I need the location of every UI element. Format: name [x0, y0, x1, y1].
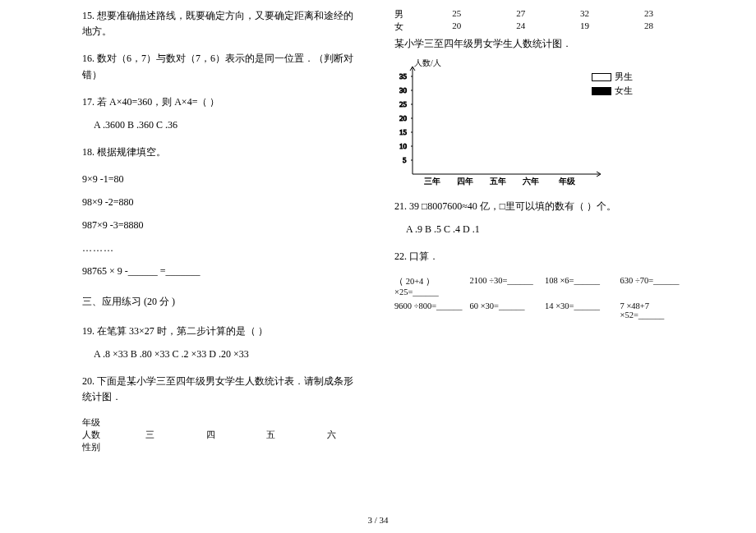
xcat-5: 五年 [489, 177, 506, 186]
chart-caption: 某小学三至四年级男女学生人数统计图． [394, 36, 690, 51]
th-grade: 年级 [82, 416, 123, 429]
tick-25: 25 [399, 100, 408, 108]
female-g3: 20 [434, 21, 498, 33]
tick-30: 30 [399, 86, 408, 94]
legend-girl: 女生 [615, 85, 633, 97]
col-grade-3: 三 [120, 429, 181, 441]
q18-line-e: 98765 × 9 -______ =_______ [82, 264, 362, 279]
data-row-male: 男 25 27 32 23 [394, 8, 690, 21]
calc-2: 2100 ÷30=______ [470, 276, 541, 296]
legend-box-boy [592, 73, 611, 81]
col-grade-5: 五 [241, 429, 302, 441]
section-3-title: 三、应用练习 (20 分 ) [82, 294, 362, 310]
data-row-female: 女 20 24 19 28 [394, 21, 690, 33]
question-20: 20. 下面是某小学三至四年级男女学生人数统计表．请制成条形统计图． [82, 374, 362, 405]
calc-6: 60 ×30=______ [470, 301, 541, 319]
th-count: 人数 [82, 429, 120, 441]
male-g5: 32 [562, 8, 626, 21]
female-g6: 28 [626, 21, 690, 33]
table-header-grade-row: 年级 [82, 416, 362, 429]
question-22: 22. 口算． [394, 249, 690, 264]
question-19-options: A .8 ×33 B .80 ×33 C .2 ×33 D .20 ×33 [82, 347, 362, 362]
xcat-4: 四年 [457, 177, 473, 186]
page-number: 3 / 34 [0, 515, 756, 525]
male-g3: 25 [434, 8, 498, 21]
q18-line-b: 98×9 -2=880 [82, 195, 362, 209]
q18-line-c: 987×9 -3=8880 [82, 218, 362, 232]
row-female-label: 女 [394, 21, 434, 33]
question-15: 15. 想要准确描述路线，既要确定方向，又要确定距离和途经的地方。 [82, 8, 362, 39]
tick-15: 15 [399, 128, 408, 136]
col-grade-6: 六 [302, 429, 362, 441]
calc-3: 108 ×6=______ [545, 276, 615, 296]
chart-legend: 男生 女生 [592, 71, 633, 99]
question-17: 17. 若 A×40=360，则 A×4=（ ） [82, 94, 362, 109]
legend-box-girl [592, 87, 611, 95]
question-18: 18. 根据规律填空。 [82, 145, 362, 160]
legend-boy: 男生 [615, 71, 633, 83]
th-gender: 性别 [82, 441, 123, 453]
table-count-row: 人数 三 四 五 六 [82, 429, 362, 441]
female-g5: 19 [562, 21, 626, 33]
question-21-options: A .9 B .5 C .4 D .1 [394, 222, 690, 237]
question-19: 19. 在笔算 33×27 时，第二步计算的是（ ） [82, 324, 362, 338]
tick-10: 10 [399, 142, 408, 150]
table-gender-row: 性别 [82, 441, 362, 453]
question-16: 16. 数对（6，7）与数对（7，6）表示的是同一位置．（判断对错） [82, 51, 362, 82]
calc-4: 630 ÷70=______ [620, 276, 691, 296]
bar-chart-empty: 人数/人 5 10 15 20 25 30 35 三年 四年 [394, 59, 633, 191]
tick-35: 35 [399, 72, 408, 80]
xcat-3: 三年 [424, 177, 440, 186]
calc-1: （ 20+4 ）×25=______ [394, 276, 465, 296]
xcat-6: 六年 [522, 177, 539, 186]
q18-line-a: 9×9 -1=80 [82, 172, 362, 186]
calc-grid: （ 20+4 ）×25=______ 2100 ÷30=______ 108 ×… [394, 276, 690, 319]
col-grade-4: 四 [180, 429, 241, 441]
row-male-label: 男 [394, 8, 434, 21]
male-g6: 23 [626, 8, 690, 21]
female-g4: 24 [498, 21, 562, 33]
male-g4: 27 [498, 8, 562, 21]
tick-20: 20 [399, 114, 408, 122]
q18-ellipsis: ……… [82, 241, 362, 255]
question-21: 21. 39 □8007600≈40 亿，□里可以填的数有（ ）个。 [394, 199, 690, 214]
tick-5: 5 [403, 156, 407, 164]
calc-5: 9600 ÷800=______ [394, 301, 465, 319]
calc-8: 7 ×48+7 ×52=______ [620, 301, 691, 319]
xcat-label: 年级 [558, 177, 576, 186]
calc-7: 14 ×30=______ [545, 301, 615, 319]
question-17-options: A .3600 B .360 C .36 [82, 117, 362, 133]
